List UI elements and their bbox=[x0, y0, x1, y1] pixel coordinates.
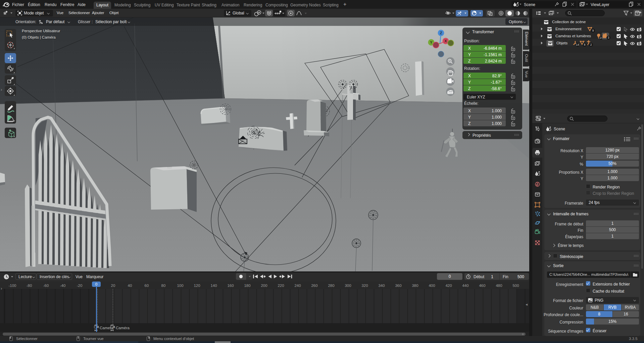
svg-text:Y: Y bbox=[430, 40, 433, 44]
svg-text:Z: Z bbox=[440, 31, 442, 35]
svg-text:X: X bbox=[444, 39, 447, 43]
